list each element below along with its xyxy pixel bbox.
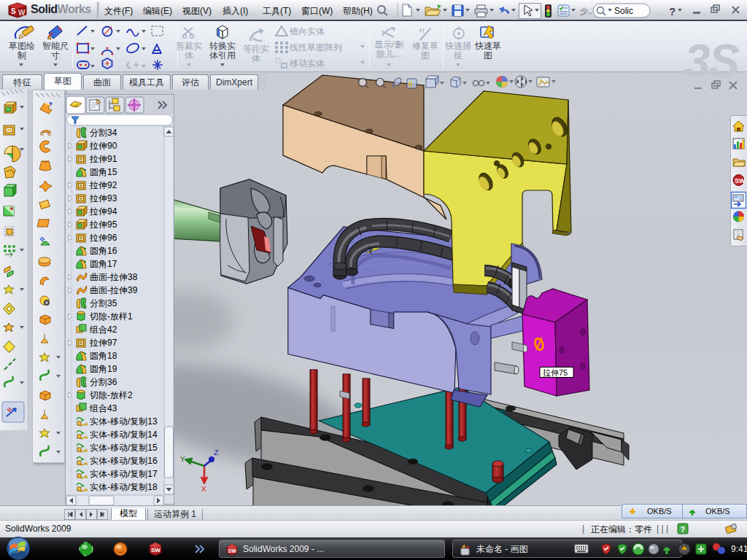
svg-text:圆角16: 圆角16 bbox=[90, 246, 117, 256]
svg-text:SW: SW bbox=[228, 548, 237, 553]
svg-text:切除-放样2: 切除-放样2 bbox=[89, 390, 133, 400]
svg-text:Z: Z bbox=[214, 448, 219, 457]
svg-text:拉伸94: 拉伸94 bbox=[89, 206, 117, 217]
svg-text:拉伸92: 拉伸92 bbox=[89, 180, 117, 190]
svg-text:Y: Y bbox=[180, 455, 185, 464]
svg-text:S: S bbox=[11, 7, 16, 15]
svg-text:曲面-拉伸39: 曲面-拉伸39 bbox=[90, 285, 138, 295]
svg-text:?: ? bbox=[669, 5, 676, 18]
svg-text:分割35: 分割35 bbox=[90, 298, 117, 308]
svg-text:圆角19: 圆角19 bbox=[90, 364, 117, 374]
svg-text:圆角17: 圆角17 bbox=[90, 259, 117, 269]
svg-text:9:41: 9:41 bbox=[731, 544, 747, 554]
svg-text:SW: SW bbox=[151, 547, 160, 553]
svg-text:分割36: 分割36 bbox=[90, 377, 117, 387]
svg-text:圆角15: 圆角15 bbox=[90, 167, 117, 177]
svg-text:拉伸91: 拉伸91 bbox=[89, 154, 117, 164]
svg-text:实体-移动/复制17: 实体-移动/复制17 bbox=[90, 469, 158, 479]
svg-text:实体-移动/复制15: 实体-移动/复制15 bbox=[90, 443, 158, 453]
svg-text:+/: +/ bbox=[419, 27, 425, 34]
svg-text:!: ! bbox=[684, 546, 684, 551]
svg-text:?: ? bbox=[681, 525, 686, 534]
svg-text:W: W bbox=[18, 9, 26, 17]
svg-text:曲面-拉伸38: 曲面-拉伸38 bbox=[90, 272, 138, 282]
svg-text:圆角18: 圆角18 bbox=[90, 351, 117, 361]
svg-text:拉伸90: 拉伸90 bbox=[89, 141, 117, 151]
svg-text:拉伸96: 拉伸96 bbox=[89, 233, 117, 243]
svg-text:拉伸75: 拉伸75 bbox=[543, 368, 568, 377]
svg-text:拉伸95: 拉伸95 bbox=[89, 219, 117, 230]
svg-text:X: X bbox=[201, 485, 206, 494]
svg-text:拉伸93: 拉伸93 bbox=[89, 193, 117, 203]
svg-text:拉伸97: 拉伸97 bbox=[89, 338, 117, 348]
svg-text:少..: 少.. bbox=[580, 7, 592, 15]
svg-text:实体-移动/复制14: 实体-移动/复制14 bbox=[90, 429, 158, 440]
svg-text:实体-移动/复制16: 实体-移动/复制16 bbox=[90, 456, 158, 466]
svg-text:Solic: Solic bbox=[614, 6, 633, 16]
svg-text:实体-移动/复制13: 实体-移动/复制13 bbox=[90, 416, 158, 427]
svg-text:组合43: 组合43 bbox=[89, 403, 117, 413]
svg-text:分割34: 分割34 bbox=[90, 128, 117, 138]
svg-text:SW: SW bbox=[735, 177, 746, 184]
svg-text:实体-移动/复制18: 实体-移动/复制18 bbox=[90, 482, 158, 492]
svg-text:组合42: 组合42 bbox=[89, 324, 117, 335]
svg-text:切除-放样1: 切除-放样1 bbox=[89, 311, 133, 322]
